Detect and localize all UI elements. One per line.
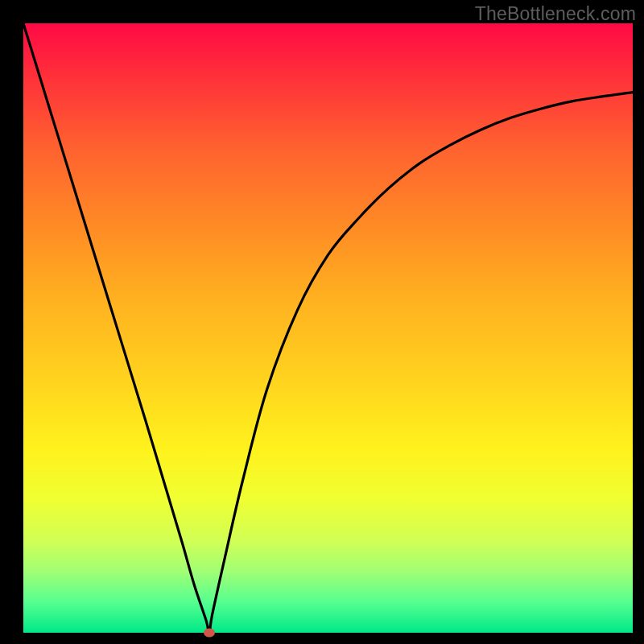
bottleneck-curve — [23, 23, 633, 633]
watermark-text: TheBottleneck.com — [475, 3, 636, 25]
chart-area — [23, 23, 633, 633]
optimal-marker — [204, 629, 215, 638]
